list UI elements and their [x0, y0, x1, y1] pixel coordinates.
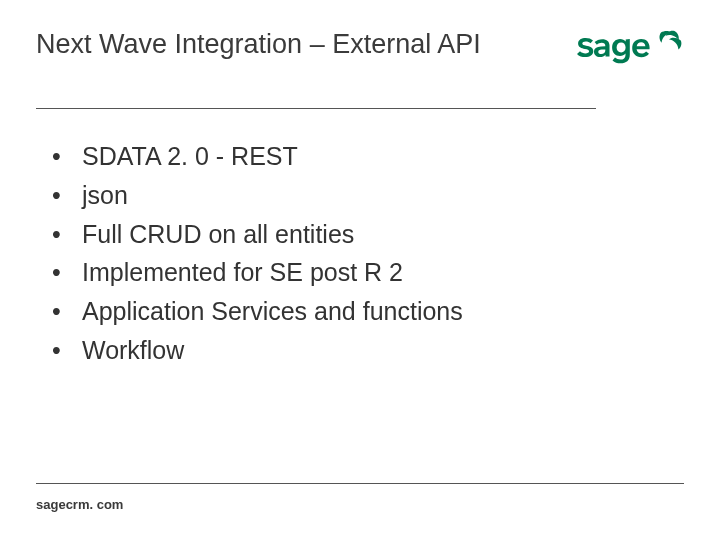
list-item: Workflow	[48, 331, 684, 370]
list-item: Implemented for SE post R 2	[48, 253, 684, 292]
bullet-list: SDATA 2. 0 - REST json Full CRUD on all …	[48, 137, 684, 370]
sage-logo	[576, 28, 684, 72]
bottom-divider	[36, 483, 684, 484]
sage-logo-icon	[576, 30, 684, 68]
list-item: Full CRUD on all entities	[48, 215, 684, 254]
list-item: SDATA 2. 0 - REST	[48, 137, 684, 176]
slide: Next Wave Integration – External API	[0, 0, 720, 540]
header: Next Wave Integration – External API	[36, 28, 684, 72]
content-area: SDATA 2. 0 - REST json Full CRUD on all …	[36, 109, 684, 370]
list-item: json	[48, 176, 684, 215]
footer-url: sagecrm. com	[36, 497, 123, 512]
list-item: Application Services and functions	[48, 292, 684, 331]
page-title: Next Wave Integration – External API	[36, 28, 481, 62]
